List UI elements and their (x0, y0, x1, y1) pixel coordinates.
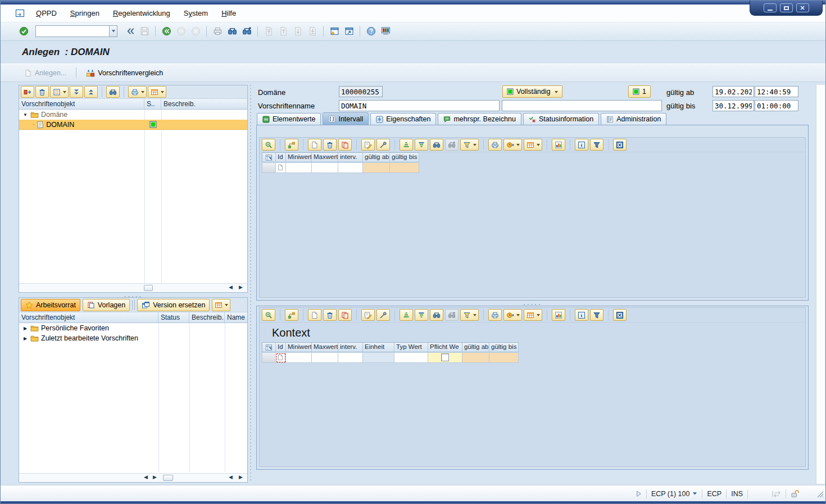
menu-springen[interactable]: Springen (63, 7, 106, 19)
horizontal-scrollbar[interactable]: ◀ ▶ (19, 283, 247, 292)
column-header[interactable]: Id (276, 153, 286, 162)
last-page-button[interactable] (306, 25, 319, 38)
close-button[interactable] (613, 309, 627, 321)
unlock-icon[interactable] (791, 489, 800, 498)
einheit-cell[interactable] (363, 353, 394, 363)
horizontal-scrollbar[interactable]: ◀ ▶ ◀ ▶ (19, 473, 247, 482)
filter-button[interactable] (460, 139, 479, 151)
resize-grip[interactable] (815, 489, 824, 498)
views-button[interactable] (524, 309, 542, 321)
details-button[interactable] (262, 309, 275, 321)
column-header[interactable]: interv. (338, 153, 363, 162)
export-button[interactable] (503, 309, 522, 321)
column-header[interactable]: Vorschriftenobjekt (19, 312, 158, 323)
first-page-button[interactable] (262, 25, 275, 38)
gueltig-bis-date-field[interactable] (712, 100, 754, 111)
back-button[interactable] (160, 25, 173, 38)
row-selector-cell[interactable] (262, 353, 276, 363)
find-button[interactable] (106, 86, 120, 98)
version-ersetzen-button[interactable]: Version ersetzen (137, 299, 210, 311)
menu-system[interactable]: System (177, 7, 215, 19)
transfer-button[interactable] (21, 86, 34, 98)
column-header[interactable]: Status (158, 312, 189, 323)
maximize-button[interactable] (780, 3, 793, 12)
beschreibung-field[interactable] (502, 100, 662, 111)
interv-cell[interactable] (338, 163, 363, 173)
tree-row-favoriten[interactable]: ▶ Persönliche Favoriten (19, 323, 247, 333)
tab-elementwerte[interactable]: Elementwerte (257, 113, 321, 125)
scrollbar-thumb[interactable] (144, 285, 153, 291)
append-row-button[interactable] (308, 309, 321, 321)
collapse-button[interactable] (123, 25, 137, 38)
select-all-cell[interactable] (262, 343, 276, 352)
trash-button[interactable] (35, 86, 49, 98)
maxwert-cell[interactable] (312, 353, 338, 363)
print-button[interactable] (488, 309, 502, 321)
filter-button[interactable] (460, 309, 479, 321)
id-cell-focused[interactable] (276, 353, 286, 363)
column-header[interactable]: Id (276, 343, 286, 352)
tab-mehrspr-bezeichnu[interactable]: mehrspr. Bezeichnu (438, 113, 521, 125)
append-row-button[interactable] (308, 139, 321, 151)
tab-administration[interactable]: Administration (601, 113, 666, 125)
sort-descending-button[interactable] (415, 309, 428, 321)
domaene-field[interactable] (339, 86, 383, 97)
system-selector[interactable]: ECP (1) 100 (651, 490, 698, 498)
edit-button[interactable] (361, 139, 375, 151)
gueltig-bis-cell[interactable] (489, 353, 519, 363)
column-header[interactable]: gültig bis (390, 153, 419, 162)
sort-ascending-button[interactable] (400, 309, 413, 321)
column-header[interactable]: Maxwert (312, 343, 338, 352)
expand-all-button[interactable] (70, 86, 83, 98)
gueltig-ab-date-field[interactable] (712, 86, 754, 97)
anlegen-button[interactable]: Anlegen... (22, 68, 69, 78)
find-button[interactable] (430, 309, 443, 321)
tab-statusinformation[interactable]: Statusinformation (523, 113, 599, 125)
menu-hilfe[interactable]: Hilfe (215, 7, 243, 19)
find-button[interactable] (430, 139, 443, 151)
maxwert-cell[interactable] (312, 163, 338, 173)
tree-row-domaene[interactable]: ▼ Domäne (19, 110, 247, 120)
next-page-button[interactable] (291, 25, 305, 38)
collapse-all-button[interactable] (84, 86, 98, 98)
vollstaendig-button[interactable]: Vollständig (502, 85, 562, 98)
row-selector-cell[interactable] (262, 163, 276, 173)
left-splitter[interactable]: ····· (19, 292, 248, 297)
system-menu-icon[interactable] (15, 9, 25, 17)
typ-wert-cell[interactable] (394, 353, 428, 363)
views-button[interactable] (212, 299, 230, 311)
tab-eigenschaften[interactable]: Eigenschaften (370, 113, 436, 125)
column-header[interactable]: S.. (144, 99, 161, 109)
vorlagen-button[interactable]: Vorlagen (83, 299, 130, 311)
detail-splitter[interactable]: ····· (256, 300, 809, 306)
hierarchy-button[interactable] (285, 309, 298, 321)
select-all-cell[interactable] (262, 153, 276, 162)
previous-page-button[interactable] (276, 25, 290, 38)
scroll-right-icon[interactable]: ▶ (239, 474, 243, 480)
column-header[interactable]: Name ... (225, 312, 247, 323)
column-header[interactable]: Einheit (363, 343, 394, 352)
delete-row-button[interactable] (323, 309, 337, 321)
pin-button[interactable] (376, 139, 390, 151)
filter-blue-button[interactable] (590, 139, 603, 151)
status-expand-icon[interactable] (636, 491, 642, 497)
scroll-left-icon[interactable]: ◀ (229, 474, 233, 480)
duplicate-row-button[interactable] (338, 139, 352, 151)
find-next-button[interactable] (445, 309, 459, 321)
column-header[interactable]: gültig ab (462, 343, 489, 352)
gueltig-bis-time-field[interactable] (755, 100, 798, 111)
expander-down-icon[interactable]: ▼ (22, 112, 28, 117)
views-button[interactable] (148, 86, 166, 98)
new-session-button[interactable] (328, 25, 341, 38)
id-cell[interactable] (276, 163, 286, 173)
graphic-button[interactable] (552, 309, 565, 321)
print-button[interactable] (211, 25, 224, 38)
interv-cell[interactable] (338, 353, 363, 363)
edit-button[interactable] (361, 309, 375, 321)
column-header[interactable]: interv. (338, 343, 363, 352)
vorschriftenname-field[interactable] (339, 100, 500, 111)
close-button[interactable] (613, 139, 627, 151)
info-button[interactable] (575, 309, 588, 321)
close-button[interactable]: ✕ (796, 3, 809, 12)
customize-layout-button[interactable] (379, 25, 392, 38)
